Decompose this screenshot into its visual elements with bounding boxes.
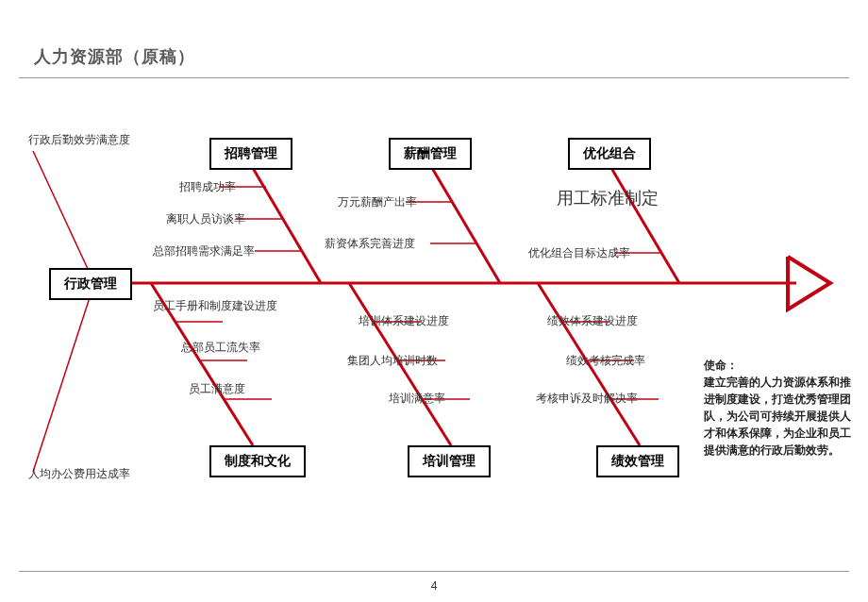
page-number: 4 <box>0 579 868 593</box>
b2-item-3: 培训满意率 <box>389 391 445 407</box>
bottom-box-3: 绩效管理 <box>596 445 679 477</box>
svg-line-7 <box>426 159 500 283</box>
fishbone-diagram <box>0 0 868 602</box>
head-box: 行政管理 <box>49 268 132 300</box>
svg-line-10 <box>606 159 679 283</box>
page-title: 人力资源部（原稿） <box>34 45 195 68</box>
svg-line-3 <box>247 159 321 283</box>
mission-body: 建立完善的人力资源体系和推进制度建设，打造优秀管理团队，为公司可持续开展提供人才… <box>704 376 851 457</box>
b2-item-2: 集团人均培训时数 <box>347 353 438 369</box>
b1-item-3: 员工满意度 <box>189 381 245 397</box>
svg-line-0 <box>33 151 94 283</box>
b2-item-1: 培训体系建设进度 <box>359 313 449 329</box>
bottom-left-label: 人均办公费用达成率 <box>28 466 130 482</box>
svg-line-1 <box>33 283 94 472</box>
b1-item-1: 员工手册和制度建设进度 <box>153 298 277 314</box>
b3-item-3: 考核申诉及时解决率 <box>536 391 638 407</box>
t1-item-1: 招聘成功率 <box>179 179 236 195</box>
bottom-rule <box>19 571 849 572</box>
t2-item-2: 薪资体系完善进度 <box>325 236 415 252</box>
mission-block: 使命： 建立完善的人力资源体系和推进制度建设，打造优秀管理团队，为公司可持续开展… <box>704 357 853 459</box>
mission-heading: 使命： <box>704 359 738 372</box>
top-box-3: 优化组合 <box>568 138 651 170</box>
bottom-box-1: 制度和文化 <box>209 445 306 477</box>
t3-big-label: 用工标准制定 <box>557 187 659 209</box>
slide: 人力资源部（原稿） 4 <box>0 0 868 602</box>
t2-item-1: 万元薪酬产出率 <box>338 194 417 210</box>
top-rule <box>19 77 849 78</box>
top-box-2: 薪酬管理 <box>389 138 472 170</box>
b3-item-1: 绩效体系建设进度 <box>547 313 638 329</box>
top-left-label: 行政后勤效劳满意度 <box>28 132 130 148</box>
bottom-box-2: 培训管理 <box>408 445 491 477</box>
t1-item-2: 离职人员访谈率 <box>166 211 245 227</box>
top-box-1: 招聘管理 <box>209 138 292 170</box>
t3-item-1: 优化组合目标达成率 <box>528 245 630 261</box>
t1-item-3: 总部招聘需求满足率 <box>153 243 255 259</box>
b3-item-2: 绩效考核完成率 <box>566 353 645 369</box>
b1-item-2: 总部员工流失率 <box>181 340 260 356</box>
